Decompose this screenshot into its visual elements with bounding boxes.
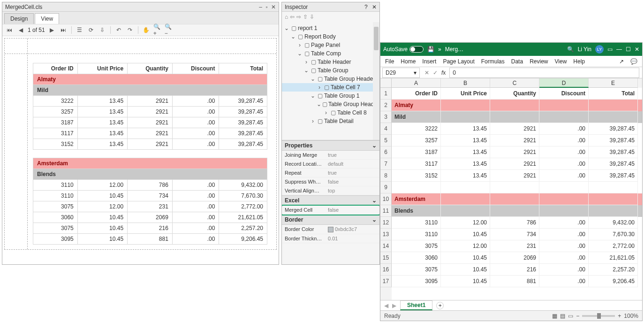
more-icon[interactable]: » [438, 46, 441, 53]
excel-cell[interactable]: Discount [539, 88, 589, 100]
nav-down-icon[interactable]: ⇩ [310, 14, 314, 20]
sheet-tab-active[interactable]: Sheet1 [400, 300, 432, 310]
excel-cell[interactable] [539, 182, 589, 193]
inspector-tree[interactable]: ⌄▢report 1⌄▢Report Body›▢Page Panel⌄▢Tab… [282, 22, 379, 140]
excel-col-header[interactable]: A [392, 78, 441, 88]
excel-cell[interactable]: 3075 [392, 240, 441, 252]
excel-cell[interactable]: 231 [490, 240, 539, 252]
excel-cell[interactable] [441, 111, 490, 123]
ribbon-tab-home[interactable]: Home [401, 58, 416, 65]
excel-cell[interactable]: .00 [539, 123, 589, 135]
prop-value[interactable]: 0xbdc3c7 [325, 225, 379, 234]
ribbon-tab-view[interactable]: View [555, 58, 567, 65]
prop-value[interactable]: true [325, 151, 379, 159]
tree-node[interactable]: ⌄▢Report Body [282, 32, 379, 41]
excel-row-header[interactable]: 1 [380, 88, 392, 100]
excel-cell[interactable]: 21,621.05 [589, 252, 638, 264]
excel-row-header[interactable]: 7 [380, 158, 392, 170]
toggle-off-icon[interactable] [409, 46, 424, 53]
restore-icon[interactable]: ▫ [265, 4, 267, 10]
name-box[interactable]: D29 ▾ [382, 68, 420, 78]
expand-toggle-icon[interactable]: › [303, 58, 309, 66]
excel-row-header[interactable]: 17 [380, 276, 392, 287]
tree-node[interactable]: ⌄▢Table Group 1 [282, 92, 379, 100]
prop-value[interactable]: false [325, 206, 379, 214]
excel-cell[interactable]: 2069 [490, 252, 539, 264]
cancel-formula-icon[interactable]: ✕ [424, 69, 429, 76]
tree-node[interactable]: ›▢Table Cell 7 [282, 83, 379, 92]
excel-cell[interactable] [539, 111, 589, 123]
excel-cell[interactable]: 3117 [392, 158, 441, 170]
excel-cell[interactable] [441, 100, 490, 111]
expand-toggle-icon[interactable]: ⌄ [290, 32, 296, 41]
excel-cell[interactable]: 2921 [490, 123, 539, 135]
excel-cell[interactable]: 39,287.45 [589, 135, 638, 146]
expand-toggle-icon[interactable]: ⌄ [310, 75, 316, 83]
excel-cell[interactable]: 10.45 [441, 229, 490, 240]
next-page-icon[interactable]: ▶ [48, 26, 56, 34]
prop-section-header[interactable]: Properties⌄ [282, 140, 379, 151]
expand-toggle-icon[interactable]: › [297, 41, 303, 49]
excel-cell[interactable]: .00 [539, 146, 589, 158]
excel-cell[interactable]: .00 [539, 217, 589, 229]
ribbon-tab-help[interactable]: Help [573, 58, 585, 65]
first-page-icon[interactable]: ⏮ [5, 26, 14, 34]
excel-row-header[interactable]: 16 [380, 264, 392, 276]
excel-cell[interactable]: Total [589, 88, 638, 100]
excel-cell[interactable] [490, 100, 539, 111]
excel-cell[interactable]: 10.45 [441, 276, 490, 287]
excel-cell[interactable] [490, 205, 539, 217]
excel-cell[interactable]: 3257 [392, 135, 441, 146]
nav-fwd-icon[interactable]: ⇨ [296, 14, 301, 20]
prop-value[interactable]: top [325, 186, 379, 195]
excel-cell[interactable]: 12.00 [441, 240, 490, 252]
excel-cell[interactable] [441, 205, 490, 217]
excel-row-header[interactable]: 2 [380, 100, 392, 111]
excel-cell[interactable]: Mild [392, 111, 441, 123]
excel-cell[interactable]: Amsterdam [392, 193, 441, 205]
excel-row-header[interactable]: 4 [380, 123, 392, 135]
expand-toggle-icon[interactable]: ⌄ [310, 92, 316, 100]
sheet-prev-icon[interactable]: ◀ [384, 302, 388, 309]
excel-cell[interactable]: 3060 [392, 252, 441, 264]
collapse-icon[interactable]: ⌄ [372, 216, 377, 223]
close-icon[interactable]: ✕ [372, 4, 377, 10]
excel-cell[interactable]: 2921 [490, 135, 539, 146]
select-all-corner[interactable] [380, 78, 392, 88]
tree-node[interactable]: ⌄▢Table Group Header [282, 75, 379, 83]
excel-cell[interactable]: 3095 [392, 276, 441, 287]
excel-row-header[interactable]: 14 [380, 240, 392, 252]
ribbon-tab-file[interactable]: File [385, 58, 394, 65]
excel-cell[interactable]: .00 [539, 252, 589, 264]
prop-row[interactable]: Border Thickness0.01 [282, 234, 379, 243]
nav-home-icon[interactable]: ⌂ [285, 14, 288, 20]
expand-toggle-icon[interactable]: › [310, 117, 316, 125]
prop-value[interactable]: 0.01 [325, 234, 379, 243]
designer-tab-view[interactable]: View [35, 13, 59, 24]
excel-cell[interactable]: 2921 [490, 146, 539, 158]
ribbon-display-icon[interactable]: ▭ [607, 46, 613, 53]
view-pagebreak-icon[interactable]: ▭ [568, 313, 573, 319]
nav-back-icon[interactable]: ⇦ [290, 14, 295, 20]
excel-cell[interactable] [441, 193, 490, 205]
collapse-icon[interactable]: ⌄ [372, 142, 377, 149]
export-icon[interactable]: ⇩ [98, 26, 106, 34]
tree-node[interactable]: ⌄▢Table Group Header 1 [282, 100, 379, 108]
excel-cell[interactable]: 13.45 [441, 146, 490, 158]
prop-row[interactable]: Merged Cellfalse [282, 206, 379, 215]
zoom-out-icon[interactable]: − [576, 313, 579, 319]
excel-cell[interactable]: 2,257.20 [589, 264, 638, 276]
excel-cell[interactable]: 3075 [392, 264, 441, 276]
excel-row-header[interactable]: 10 [380, 193, 392, 205]
excel-cell[interactable]: .00 [539, 240, 589, 252]
excel-cell[interactable]: 2921 [490, 170, 539, 182]
excel-cell[interactable] [589, 205, 638, 217]
zoom-value[interactable]: 100% [624, 313, 638, 319]
excel-cell[interactable] [589, 182, 638, 193]
excel-cell[interactable]: .00 [539, 135, 589, 146]
excel-row-header[interactable]: 13 [380, 229, 392, 240]
list-icon[interactable]: ☰ [76, 26, 84, 34]
excel-cell[interactable]: 3152 [392, 170, 441, 182]
excel-cell[interactable]: 39,287.45 [589, 158, 638, 170]
excel-cell[interactable]: .00 [539, 158, 589, 170]
